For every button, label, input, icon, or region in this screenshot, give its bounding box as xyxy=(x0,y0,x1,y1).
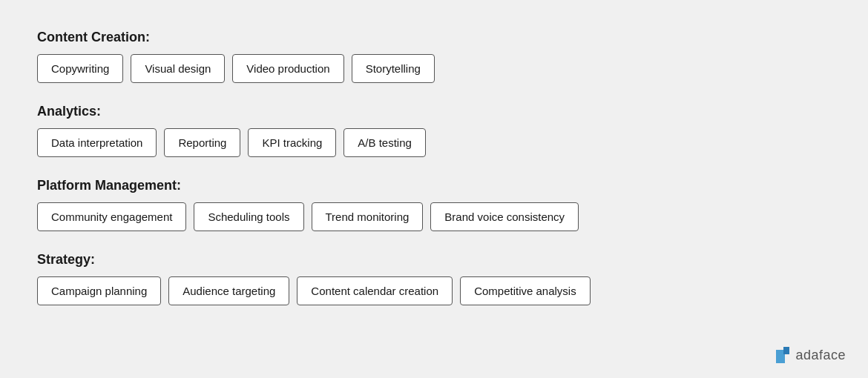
branding-logo: adaface xyxy=(776,347,846,363)
section-title-strategy: Strategy: xyxy=(37,252,831,268)
tag-content-creation-0[interactable]: Copywriting xyxy=(37,54,123,83)
tag-analytics-3[interactable]: A/B testing xyxy=(343,128,426,157)
tag-analytics-1[interactable]: Reporting xyxy=(164,128,240,157)
tag-strategy-3[interactable]: Competitive analysis xyxy=(460,276,591,305)
section-platform-management: Platform Management:Community engagement… xyxy=(37,178,831,231)
tag-platform-management-1[interactable]: Scheduling tools xyxy=(194,202,303,231)
tag-content-creation-3[interactable]: Storytelling xyxy=(352,54,435,83)
section-title-content-creation: Content Creation: xyxy=(37,30,831,45)
tags-row-content-creation: CopywritingVisual designVideo production… xyxy=(37,54,831,83)
brand-name: adaface xyxy=(795,348,846,363)
tags-row-analytics: Data interpretationReportingKPI tracking… xyxy=(37,128,831,157)
tag-analytics-2[interactable]: KPI tracking xyxy=(248,128,336,157)
tags-row-strategy: Campaign planningAudience targetingConte… xyxy=(37,276,831,305)
tag-platform-management-0[interactable]: Community engagement xyxy=(37,202,186,231)
tag-analytics-0[interactable]: Data interpretation xyxy=(37,128,157,157)
section-title-analytics: Analytics: xyxy=(37,104,831,119)
tag-content-creation-2[interactable]: Video production xyxy=(232,54,343,83)
section-strategy: Strategy:Campaign planningAudience targe… xyxy=(37,252,831,305)
section-title-platform-management: Platform Management: xyxy=(37,178,831,193)
section-content-creation: Content Creation:CopywritingVisual desig… xyxy=(37,30,831,83)
tag-strategy-1[interactable]: Audience targeting xyxy=(168,276,289,305)
brand-icon xyxy=(776,347,789,363)
tag-platform-management-2[interactable]: Trend monitoring xyxy=(312,202,424,231)
tag-platform-management-3[interactable]: Brand voice consistency xyxy=(430,202,579,231)
tag-content-creation-1[interactable]: Visual design xyxy=(131,54,225,83)
tag-strategy-0[interactable]: Campaign planning xyxy=(37,276,161,305)
section-analytics: Analytics:Data interpretationReportingKP… xyxy=(37,104,831,157)
main-container: Content Creation:CopywritingVisual desig… xyxy=(0,0,868,378)
tag-strategy-2[interactable]: Content calendar creation xyxy=(297,276,453,305)
tags-row-platform-management: Community engagementScheduling toolsTren… xyxy=(37,202,831,231)
